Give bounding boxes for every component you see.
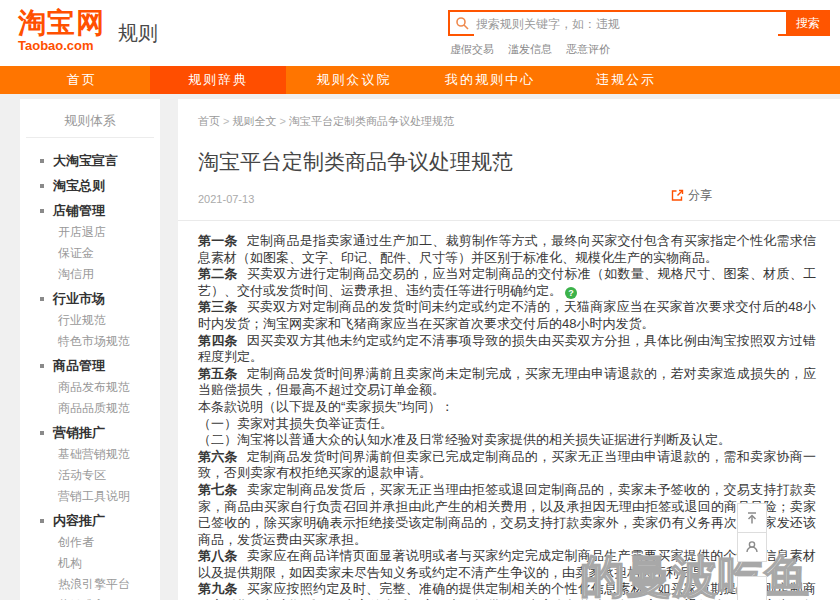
back-to-top-icon — [744, 510, 760, 526]
nav-tab[interactable]: 违规公示 — [558, 66, 694, 94]
bullet-icon — [40, 209, 44, 213]
sidebar-item[interactable]: 店铺管理 — [20, 199, 160, 222]
page-title: 淘宝平台定制类商品争议处理规范 — [178, 129, 840, 176]
nav-tab[interactable]: 我的规则中心 — [422, 66, 558, 94]
nav-tab[interactable]: 规则辞典 — [150, 66, 286, 94]
sidebar-item[interactable]: 商品管理 — [20, 354, 160, 377]
clause-text: 买卖双方进行定制商品交易的，应当对定制商品的交付标准（如数量、规格尺寸、图案、材… — [198, 266, 816, 298]
logo-title: 淘宝网 — [18, 9, 105, 37]
sidebar-item[interactable]: 内容推广 — [20, 509, 160, 532]
customer-service-icon — [744, 539, 760, 555]
hot-link[interactable]: 恶意评价 — [566, 43, 610, 55]
rule-paragraph: 第一条定制商品是指卖家通过生产加工、裁剪制作等方式，最终向买家交付包含有买家指定… — [198, 233, 816, 266]
sidebar-item-label: 活动专区 — [58, 468, 106, 482]
sidebar-item[interactable]: 大淘宝宣言 — [20, 149, 160, 172]
share-label: 分享 — [688, 187, 712, 204]
toolbar-extra-button[interactable] — [737, 576, 767, 600]
bullet-icon — [40, 364, 44, 368]
clause-number: 第五条 — [198, 366, 247, 381]
sidebar-item[interactable]: 营销推广 — [20, 421, 160, 444]
sidebar-item[interactable]: 行业规范 — [20, 310, 160, 331]
sidebar-item[interactable]: 商品发布规范 — [20, 377, 160, 398]
nav-tab[interactable]: 首页 — [14, 66, 150, 94]
site-header: 淘宝网 Taobao.com 规则 搜索 虚假交易滥发信息恶意评价 — [0, 0, 840, 66]
clause-text: 因买卖双方其他未约定或约定不清事项导致的损失由买卖双方分担，具体比例由淘宝按照双… — [198, 333, 816, 365]
clause-text: 定制商品发货时间界满前但卖家已完成定制商品的，买家无正当理由申请退款的，需和卖家… — [198, 449, 816, 481]
rule-paragraph: 第八条卖家应在商品详情页面显著说明或者与买家约定完成定制商品生产需要买家提供的个… — [198, 548, 816, 581]
search-input[interactable] — [474, 12, 778, 36]
sidebar-item-label: 淘信用 — [58, 267, 94, 281]
sidebar-item[interactable]: 保证金 — [20, 243, 160, 264]
sidebar-item-label: 行业规范 — [58, 313, 106, 327]
sidebar-item-label: 内容推广 — [53, 513, 105, 528]
help-question-icon[interactable] — [565, 287, 577, 299]
breadcrumb-item[interactable]: 首页 — [198, 115, 220, 127]
sidebar-item[interactable]: 基础营销规范 — [20, 444, 160, 465]
back-to-top-button[interactable] — [737, 503, 767, 533]
sidebar-item[interactable]: 活动专区 — [20, 465, 160, 486]
search-hot-links: 虚假交易滥发信息恶意评价 — [450, 42, 624, 57]
breadcrumb-item[interactable]: 淘宝平台定制类商品争议处理规范 — [277, 115, 455, 127]
breadcrumb: 首页规则全文淘宝平台定制类商品争议处理规范 — [178, 99, 840, 129]
sidebar-item-label: 商品发布规范 — [58, 380, 130, 394]
sidebar-item[interactable]: 商品品质规范 — [20, 398, 160, 419]
clause-text: 卖家应在商品详情页面显著说明或者与买家约定完成定制商品生产需要买家提供的个性化信… — [198, 548, 816, 580]
rule-paragraph: （二）淘宝将以普通大众的认知水准及日常经验对卖家提供的相关损失证据进行判断及认定… — [198, 432, 816, 449]
sidebar-item[interactable]: 营销工具说明 — [20, 486, 160, 507]
bullet-icon — [40, 519, 44, 523]
share-button[interactable]: 分享 — [671, 187, 712, 204]
sidebar-item-label: 保证金 — [58, 246, 94, 260]
hot-link[interactable]: 虚假交易 — [450, 43, 494, 55]
bullet-icon — [40, 159, 44, 163]
floating-toolbar — [737, 503, 767, 600]
sidebar-title: 规则体系 — [26, 99, 154, 138]
breadcrumb-item[interactable]: 规则全文 — [220, 115, 277, 127]
main-nav: 首页规则辞典规则众议院我的规则中心违规公示 — [0, 66, 840, 94]
clause-text: 本条款说明（以下提及的“卖家损失”均同）： — [198, 399, 454, 414]
search-bar: 搜索 — [448, 10, 830, 36]
sidebar-item[interactable]: 营销准入 — [20, 595, 160, 600]
sidebar-item[interactable]: 开店退店 — [20, 222, 160, 243]
sidebar-item[interactable]: 特色市场规范 — [20, 331, 160, 352]
bullet-icon — [40, 431, 44, 435]
logo-section-label: 规则 — [118, 20, 158, 47]
taobao-logo[interactable]: 淘宝网 Taobao.com — [18, 9, 105, 52]
clause-number: 第一条 — [198, 233, 247, 248]
clause-number: 第六条 — [198, 449, 247, 464]
sidebar-item-label: 商品品质规范 — [58, 401, 130, 415]
search-button[interactable]: 搜索 — [786, 10, 830, 36]
rule-paragraph: 第二条买卖双方进行定制商品交易的，应当对定制商品的交付标准（如数量、规格尺寸、图… — [198, 266, 816, 299]
bullet-icon — [40, 297, 44, 301]
sidebar-item[interactable]: 淘信用 — [20, 264, 160, 285]
sidebar-item-label: 营销推广 — [53, 425, 105, 440]
customer-service-button[interactable] — [737, 532, 767, 562]
clause-number: 第七条 — [198, 482, 247, 497]
clause-text: 卖家定制商品发货后，买家无正当理由拒签或退回定制商品的，卖家未予签收的，交易支持… — [198, 482, 816, 547]
clause-text: 买家应按照约定及时、完整、准确的提供定制相关的个性化信息素材，如买家逾期提供，则… — [198, 581, 816, 600]
sidebar-item[interactable]: 机构 — [20, 553, 160, 574]
sidebar-item[interactable]: 淘宝总则 — [20, 174, 160, 197]
sidebar-item-label: 行业市场 — [53, 291, 105, 306]
sidebar-item[interactable]: 热浪引擎平台 — [20, 574, 160, 595]
hot-link[interactable]: 滥发信息 — [508, 43, 552, 55]
rule-paragraph: 第七条卖家定制商品发货后，买家无正当理由拒签或退回定制商品的，卖家未予签收的，交… — [198, 482, 816, 548]
sidebar-item-label: 商品管理 — [53, 358, 105, 373]
sidebar-item[interactable]: 创作者 — [20, 532, 160, 553]
share-icon — [671, 189, 684, 202]
clause-number: 第三条 — [198, 299, 247, 314]
rule-paragraph: 本条款说明（以下提及的“卖家损失”均同）： — [198, 399, 816, 416]
logo-subtitle: Taobao.com — [18, 39, 105, 52]
sidebar-item-label: 大淘宝宣言 — [53, 153, 118, 168]
rule-paragraph: （一）卖家对其损失负举证责任。 — [198, 416, 816, 433]
clause-number: 第八条 — [198, 548, 247, 563]
sidebar-item-label: 创作者 — [58, 535, 94, 549]
sidebar-item[interactable]: 行业市场 — [20, 287, 160, 310]
bullet-icon — [40, 184, 44, 188]
nav-tab[interactable]: 规则众议院 — [286, 66, 422, 94]
article-meta-row: 2021-07-13 分享 — [178, 176, 840, 221]
taobao-rules-page: 淘宝网 Taobao.com 规则 搜索 虚假交易滥发信息恶意评价 首页规则辞典… — [0, 0, 840, 600]
magnifier-icon — [455, 16, 470, 35]
clause-number: 第四条 — [198, 333, 247, 348]
sidebar-item-label: 开店退店 — [58, 225, 106, 239]
clause-number: 第九条 — [198, 581, 247, 596]
